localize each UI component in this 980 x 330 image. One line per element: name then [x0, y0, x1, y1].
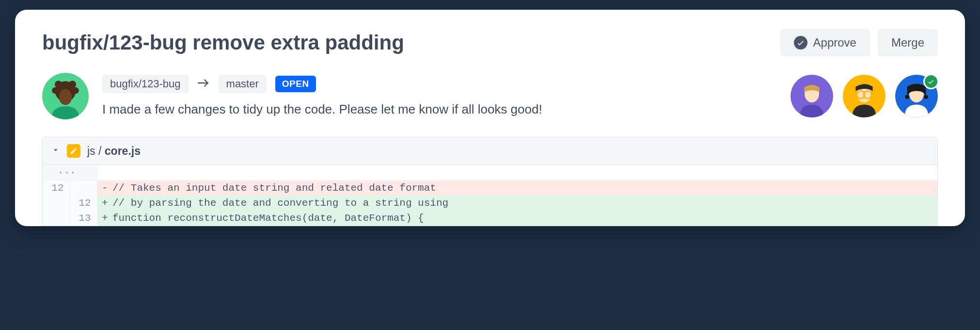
reviewer-avatar[interactable]	[843, 75, 885, 117]
reviewer-avatar[interactable]	[895, 75, 938, 117]
source-branch[interactable]: bugfix/123-bug	[102, 75, 189, 93]
svg-point-13	[924, 95, 928, 99]
svg-point-1	[55, 81, 62, 88]
new-line-num	[70, 181, 97, 196]
pull-request-card: bugfix/123-bug remove extra padding Appr…	[15, 10, 965, 226]
file-sep: /	[95, 145, 105, 157]
meta-content: bugfix/123-bug master OPEN I made a few …	[102, 73, 542, 117]
diff-line-deleted[interactable]: 12 - // Takes an input date string and r…	[43, 181, 937, 196]
old-line-num	[43, 211, 70, 226]
old-line-num	[43, 196, 70, 211]
svg-point-3	[52, 87, 58, 94]
pr-meta: bugfix/123-bug master OPEN I made a few …	[15, 68, 965, 137]
approve-button[interactable]: Approve	[780, 29, 870, 56]
diff-content: // Takes an input date string and relate…	[109, 181, 937, 196]
target-branch[interactable]: master	[219, 75, 267, 93]
file-header[interactable]: js / core.js	[43, 137, 937, 165]
svg-point-12	[905, 95, 909, 99]
reviewers-list	[790, 75, 938, 117]
action-buttons: Approve Merge	[780, 29, 938, 56]
diff-line-added[interactable]: 12 + // by parsing the date and converti…	[43, 196, 937, 211]
diff-line-added[interactable]: 13 + function reconstructDateMatches(dat…	[43, 211, 937, 226]
diff-content: function reconstructDateMatches(date, Da…	[109, 211, 937, 226]
merge-button[interactable]: Merge	[878, 29, 938, 56]
svg-point-5	[59, 89, 72, 105]
meta-left: bugfix/123-bug master OPEN I made a few …	[42, 73, 542, 119]
diff-table: ··· 12 - // Takes an input date string a…	[43, 165, 937, 226]
diff-sign: -	[97, 181, 109, 196]
file-name: core.js	[105, 145, 141, 157]
edit-file-icon	[67, 144, 80, 158]
reviewer-avatar[interactable]	[790, 75, 833, 117]
status-badge: OPEN	[275, 76, 316, 92]
old-line-num: 12	[43, 181, 70, 196]
new-line-num: 12	[70, 196, 97, 211]
file-folder: js	[87, 145, 95, 157]
arrow-right-icon	[197, 77, 210, 91]
branch-row: bugfix/123-bug master OPEN	[102, 75, 542, 93]
diff-content: // by parsing the date and converting to…	[109, 196, 937, 211]
merge-label: Merge	[891, 36, 924, 50]
diff-sign: +	[97, 196, 109, 211]
new-line-num: 13	[70, 211, 97, 226]
file-diff-section: js / core.js ··· 12 - // Takes an input …	[42, 137, 938, 226]
diff-sign: +	[97, 211, 109, 226]
chevron-down-icon[interactable]	[51, 146, 60, 157]
approve-label: Approve	[813, 36, 856, 50]
check-circle-icon	[794, 36, 807, 50]
pr-header: bugfix/123-bug remove extra padding Appr…	[15, 10, 965, 68]
approved-check-icon	[923, 74, 939, 89]
author-avatar[interactable]	[42, 73, 89, 119]
svg-point-2	[69, 81, 76, 88]
svg-point-4	[72, 87, 79, 94]
pr-description: I made a few changes to tidy up the code…	[102, 102, 542, 117]
diff-context-row[interactable]: ···	[43, 165, 937, 181]
file-path: js / core.js	[87, 145, 141, 158]
context-marker: ···	[43, 165, 97, 181]
pr-title: bugfix/123-bug remove extra padding	[42, 31, 404, 54]
